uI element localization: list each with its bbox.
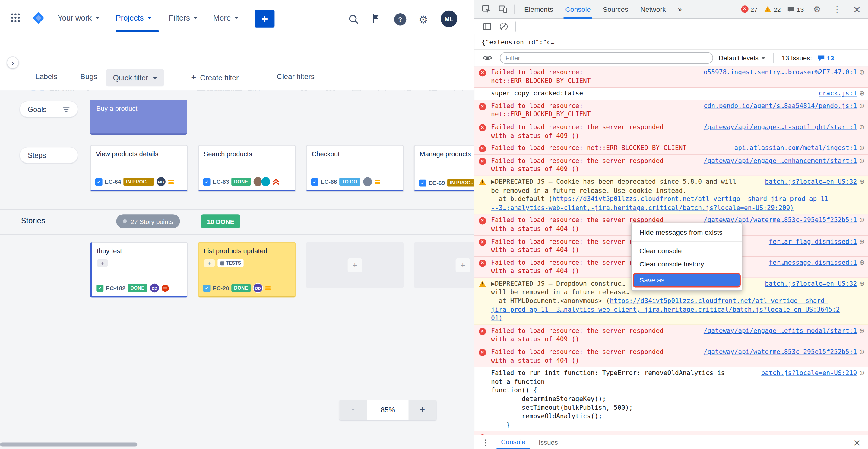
create-filter-button[interactable]: +Create filter <box>191 72 239 82</box>
jira-logo-icon[interactable] <box>32 11 46 26</box>
console-context-selector[interactable]: {"extension_id":"c… <box>474 34 868 50</box>
avatar: MD <box>156 177 166 187</box>
issues-count-badge[interactable]: 13 <box>787 6 804 12</box>
message-bubble-icon <box>787 6 795 12</box>
tab-sources[interactable]: Sources <box>598 0 633 19</box>
source-link[interactable]: batch.js?locale=en-US:219 <box>761 369 857 378</box>
help-icon[interactable]: ? <box>394 13 406 25</box>
settings-gear-icon[interactable]: ⚙ <box>418 13 428 25</box>
issues-counter[interactable]: 13 <box>818 55 834 61</box>
source-link[interactable]: fer…ar-flag.dismissed:1 <box>769 237 857 246</box>
goal-card[interactable]: Buy a product <box>90 99 187 134</box>
filter-labels-button[interactable]: Labels <box>35 72 57 81</box>
clear-filters-button[interactable]: Clear filters <box>277 72 315 81</box>
source-link[interactable]: cdn.pendo.io/agent/s…8aa54814/pendo.js:1 <box>704 102 857 111</box>
projects-active-indicator <box>116 30 159 32</box>
console-message: Failed to load resource: net::ERR_BLOCKE… <box>474 143 868 155</box>
search-icon[interactable] <box>348 13 360 25</box>
create-button[interactable]: + <box>254 10 275 28</box>
avatar: DD <box>150 283 159 293</box>
extension-badge-icon: ⊕ <box>859 157 865 166</box>
expand-sidebar-button[interactable]: › <box>7 56 19 68</box>
source-link[interactable]: /gateway/api/engage-…efits-modal/start:1 <box>704 327 857 335</box>
console-filter-input[interactable] <box>500 52 713 64</box>
tab-elements[interactable]: Elements <box>519 0 558 19</box>
extension-badge-icon: ⊕ <box>859 102 865 111</box>
source-link[interactable]: /gateway/api/engage-…enhancement/start:1 <box>704 157 857 166</box>
nav-filters[interactable]: Filters <box>169 13 198 22</box>
more-tabs-button[interactable]: » <box>673 0 687 19</box>
nav-projects[interactable]: Projects <box>116 13 152 22</box>
source-link[interactable]: o55978.ingest.sentry….browser%2F7.47.0:1 <box>704 68 857 77</box>
extension-badge-icon: ⊕ <box>859 369 865 378</box>
device-toolbar-icon[interactable] <box>496 2 510 16</box>
zoom-in-button[interactable]: + <box>409 400 436 420</box>
source-link[interactable]: fer…message.dismissed:1 <box>769 259 857 267</box>
divider <box>516 22 516 31</box>
top-nav: Your work Projects Filters More + ? ⚙ ML <box>0 0 474 38</box>
app-switcher-icon[interactable] <box>10 12 21 23</box>
warning-count-badge[interactable]: 22 <box>764 6 781 12</box>
devtools-close-icon[interactable]: × <box>850 4 864 15</box>
drawer-close-icon[interactable]: × <box>850 437 864 448</box>
priority-highest-icon <box>273 179 279 185</box>
source-link[interactable]: /gateway/api/waterme…853c-295e15f252b5:1 <box>704 348 857 357</box>
warning-icon <box>479 179 486 185</box>
console-message[interactable]: ▶DEPRECATED JS — Cookie has been depreca… <box>474 176 868 214</box>
goals-row-label[interactable]: Goals <box>19 101 78 117</box>
eye-icon[interactable] <box>480 51 494 65</box>
menu-item-save-as[interactable]: Save as... <box>634 274 740 287</box>
console-filter-bar: Default levels 13 Issues: 13 <box>474 50 868 66</box>
source-link[interactable]: crack.js:1 <box>818 89 857 98</box>
tab-network[interactable]: Network <box>636 0 671 19</box>
steps-row-label[interactable]: Steps <box>19 147 78 163</box>
menu-item-clear-console-history[interactable]: Clear console history <box>631 258 742 271</box>
issue-type-icon <box>203 178 211 185</box>
avatar[interactable]: ML <box>441 10 457 27</box>
console-message: Failed to run init function: TypeError: … <box>474 367 868 431</box>
chevron-down-icon <box>153 77 157 81</box>
empty-card-slot[interactable]: + <box>306 242 404 288</box>
drawer-bar: ⋮ Console Issues × <box>474 435 868 449</box>
step-card[interactable]: Manage products EC-69 IN PROG... <box>414 145 474 191</box>
quick-filter-button[interactable]: Quick filter <box>106 69 163 86</box>
step-card[interactable]: View products details EC-64 IN PROG... M… <box>90 145 188 191</box>
source-link[interactable]: /gateway/api/engage-…efits-modal/start:1 <box>704 433 857 435</box>
console-sidebar-icon[interactable] <box>480 19 494 33</box>
drawer-menu-icon[interactable]: ⋮ <box>479 437 492 447</box>
devtools-menu-icon[interactable]: ⋮ <box>830 4 843 14</box>
dropdown-arrow-icon <box>761 57 766 61</box>
filter-bugs-button[interactable]: Bugs <box>80 72 97 81</box>
horizontal-scrollbar[interactable] <box>0 443 137 447</box>
drawer-tab-console[interactable]: Console <box>496 436 530 449</box>
source-link[interactable]: batch.js?locale=en-US:32 <box>765 280 857 289</box>
add-icon[interactable]: + <box>204 259 215 267</box>
story-card[interactable]: thuy test + EC-182 DONE DD <box>90 242 188 298</box>
story-card[interactable]: List products updated +TESTS EC-20 DONE … <box>198 242 296 298</box>
zoom-out-button[interactable]: - <box>339 400 367 420</box>
source-link[interactable]: batch.js?locale=en-US:32 <box>765 178 857 186</box>
source-link[interactable]: api.atlassian.com/metal/ingest:1 <box>734 144 857 153</box>
menu-item-hide-messages[interactable]: Hide messages from exists <box>631 226 742 239</box>
step-card[interactable]: Checkout EC-66 TO DO <box>306 145 404 191</box>
warning-icon <box>764 6 772 12</box>
step-card[interactable]: Search products EC-63 DONE <box>198 145 296 191</box>
empty-card-slot[interactable]: + <box>414 242 474 288</box>
add-icon[interactable]: + <box>97 259 108 267</box>
default-levels-dropdown[interactable]: Default levels <box>718 54 766 62</box>
menu-item-clear-console[interactable]: Clear console <box>631 244 742 258</box>
story-map-board: Goals Buy a product Steps View products … <box>0 90 474 449</box>
tab-console[interactable]: Console <box>560 0 596 19</box>
filter-bar: Labels Bugs Quick filter +Create filter … <box>0 65 474 91</box>
clear-console-icon[interactable] <box>500 22 507 30</box>
error-count-badge[interactable]: 27 <box>741 5 757 13</box>
nav-more[interactable]: More <box>213 13 239 22</box>
nav-your-work[interactable]: Your work <box>58 13 99 22</box>
devtools-settings-icon[interactable]: ⚙ <box>810 4 824 14</box>
flag-icon[interactable] <box>371 14 381 24</box>
priority-medium-icon <box>168 179 174 184</box>
inspect-element-icon[interactable] <box>479 2 493 16</box>
source-link[interactable]: /gateway/api/engage-…t-spotlight/start:1 <box>704 123 857 131</box>
drawer-tab-issues[interactable]: Issues <box>534 436 562 448</box>
plus-icon: + <box>191 72 196 82</box>
